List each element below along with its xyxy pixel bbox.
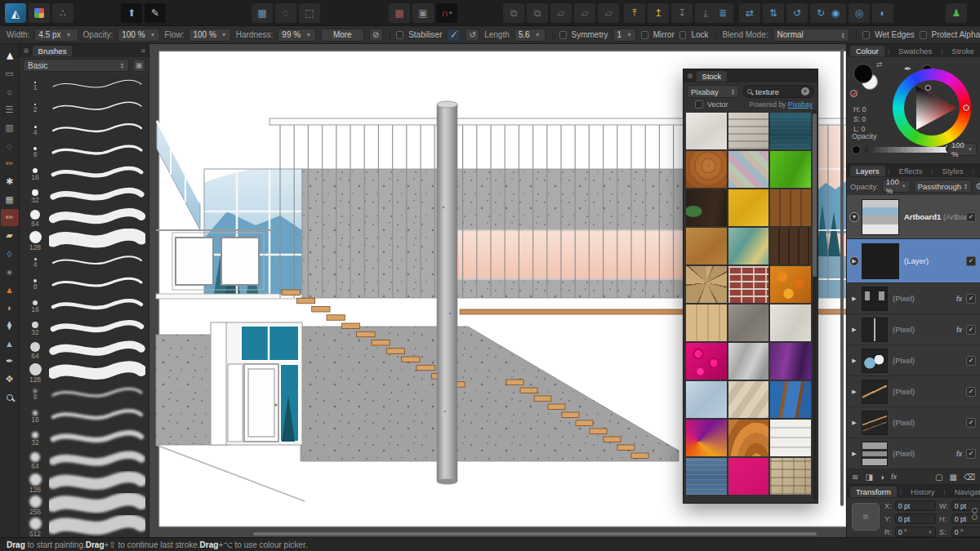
move-tool[interactable]: ▶ <box>1 47 19 64</box>
brush-item[interactable]: 8 <box>21 141 149 163</box>
clear-search-icon[interactable]: ✕ <box>801 87 809 96</box>
brush-item[interactable]: 128 <box>21 229 149 251</box>
tab-layers[interactable]: Layers <box>850 166 885 176</box>
transform-input-x[interactable]: 0 pt <box>895 500 936 511</box>
layer-visibility-checkbox[interactable]: ✓ <box>966 212 976 222</box>
brush-item[interactable]: 32 <box>21 428 149 450</box>
stock-search-input[interactable]: texture ✕ <box>742 85 814 98</box>
burn-tool[interactable]: ▲ <box>1 281 19 298</box>
texture-peeling-paint-blue[interactable] <box>770 381 811 418</box>
brush-item[interactable]: 128 <box>21 472 149 494</box>
pixel-tool[interactable]: ▦ <box>1 191 19 208</box>
window-stabiliser-icon[interactable]: ↺ <box>466 29 479 42</box>
flip-vertical-icon[interactable]: ⇅ <box>763 3 784 23</box>
alignment-icon[interactable]: ≣ <box>712 3 733 23</box>
texture-grunge-teal-yellow[interactable] <box>728 228 769 264</box>
colour-picker-tool[interactable]: ✒ <box>1 353 19 370</box>
layer-pixel-1[interactable]: ▶(Pixel)fx✓ <box>847 283 980 314</box>
expand-arrow-icon[interactable]: ▶ <box>852 389 856 395</box>
fx-badge[interactable]: fx <box>956 295 962 303</box>
layer-pixel-2[interactable]: ▶(Pixel)fx✓ <box>847 314 980 345</box>
document-setup-icon[interactable]: ✎ <box>145 3 166 23</box>
texture-dark-wood-leaf[interactable] <box>686 189 727 226</box>
texture-concrete-grunge[interactable] <box>728 304 769 341</box>
texture-denim-blue[interactable] <box>686 458 727 495</box>
stock-provider-select[interactable]: Pixabay▲▼ <box>687 85 739 98</box>
rect-marquee-tool[interactable]: ▭ <box>1 65 19 82</box>
hue-selector[interactable] <box>963 104 969 111</box>
texture-wood-rings-orange[interactable] <box>686 151 727 188</box>
brush-item[interactable]: 1 <box>21 75 149 97</box>
new-pattern-layer-icon[interactable]: ▦ <box>949 473 956 482</box>
colour-picker-icon[interactable]: ✒ <box>904 64 911 74</box>
panel-menu-icon[interactable]: ≡ <box>141 47 145 55</box>
opacity-value-select[interactable]: 100 %▼ <box>947 143 977 156</box>
dodge-tool[interactable]: ⧫ <box>1 317 19 334</box>
transform-input-s[interactable]: 0 °▼ <box>951 527 980 537</box>
brush-item[interactable]: 128 <box>21 362 149 384</box>
vector-checkbox[interactable] <box>695 100 703 109</box>
texture-mosaic-pastel[interactable] <box>728 151 769 188</box>
texture-solid-magenta[interactable] <box>728 458 769 495</box>
texture-brick-red[interactable] <box>728 266 769 303</box>
transform-box-icon[interactable]: ⬚ <box>299 3 320 23</box>
boolean-subtract-icon[interactable]: ◎ <box>849 3 870 23</box>
brush-item[interactable]: 8 <box>21 384 149 406</box>
brush-item[interactable]: 512 <box>21 516 149 537</box>
panel-close-icon[interactable]: ⊗ <box>687 72 693 80</box>
expand-arrow-icon[interactable]: ▼ <box>849 212 859 222</box>
flow-field[interactable]: 100 %▼ <box>189 29 230 42</box>
brush-item[interactable]: 32 <box>21 318 149 340</box>
expand-arrow-icon[interactable]: ▶ <box>852 451 856 457</box>
layer-pixel-4[interactable]: ▶(Pixel)✓ <box>847 376 980 407</box>
texture-crumpled-paper-grey[interactable] <box>728 343 769 380</box>
texture-swirl-colourful[interactable] <box>686 420 727 456</box>
layers-blend-select[interactable]: Passthrough▲▼ <box>914 180 972 193</box>
lasso-tool[interactable]: ◌ <box>1 137 19 154</box>
brush-item[interactable]: 8 <box>21 273 149 295</box>
layer-pixel-6[interactable]: ▶(Pixel)fx✓ <box>847 438 980 469</box>
brush-item[interactable]: 64 <box>21 207 149 229</box>
move-to-front-icon[interactable]: ⤒ <box>624 3 645 23</box>
app-logo[interactable]: ◭ <box>5 3 26 23</box>
export-persona-icon[interactable]: ∴ <box>52 3 74 23</box>
snapping-magnet-icon[interactable]: ∩▾ <box>436 3 457 23</box>
texture-light-wood-planks[interactable] <box>686 304 727 341</box>
move-forward-icon[interactable]: ↥ <box>648 3 669 23</box>
smudge-tool[interactable]: ◗ <box>1 299 19 316</box>
texture-yellow-wall[interactable] <box>728 189 769 226</box>
texture-roses-pink[interactable] <box>686 343 727 380</box>
flood-select-tool[interactable]: ✱ <box>1 173 19 190</box>
texture-leaf-green[interactable] <box>770 151 811 188</box>
flip-horizontal-icon[interactable]: ⇄ <box>739 3 760 23</box>
transform-input-r[interactable]: 0 °▼ <box>895 527 936 537</box>
anchor-selector[interactable] <box>852 503 880 531</box>
texture-stone-wall-beige[interactable] <box>770 458 811 495</box>
fill-colour-swatch[interactable] <box>853 64 873 83</box>
tab-text-styles[interactable]: Text Styles <box>978 161 980 180</box>
pixel-persona-icon[interactable] <box>29 3 50 23</box>
hardness-field[interactable]: 99 %▼ <box>278 29 316 42</box>
fx-badge[interactable]: fx <box>956 326 962 334</box>
tab-navigator[interactable]: Navigator <box>949 487 980 497</box>
brush-item[interactable]: 16 <box>21 406 149 428</box>
layer-visibility-checkbox[interactable]: ✓ <box>966 387 976 397</box>
insert-inside-icon[interactable]: ▱ <box>550 3 572 23</box>
texture-sand-dunes[interactable] <box>728 381 769 418</box>
layer-unnamed[interactable]: ▶(Layer)✓ <box>847 239 980 283</box>
brush-editor-icon[interactable]: ⊘ <box>369 29 383 42</box>
view-tool[interactable]: ✥ <box>1 371 19 388</box>
new-layer-icon[interactable]: ▢ <box>935 473 942 482</box>
lock-checkbox[interactable] <box>679 31 687 39</box>
opacity-field[interactable]: 100 %▼ <box>118 29 159 42</box>
brush-item[interactable]: 64 <box>21 450 149 472</box>
brush-item[interactable]: 16 <box>21 163 149 185</box>
brush-item[interactable]: 64 <box>21 340 149 362</box>
layer-pixel-3[interactable]: ▶(Pixel)✓ <box>847 345 980 376</box>
texture-stone-white[interactable] <box>770 304 811 341</box>
tab-history[interactable]: History <box>905 487 941 497</box>
delete-layer-icon[interactable]: ⌫ <box>964 473 975 482</box>
tab-brushes[interactable]: Brushes <box>33 46 73 56</box>
blur-tool[interactable]: ● <box>1 263 19 280</box>
stock-scrollbar[interactable] <box>813 110 817 500</box>
